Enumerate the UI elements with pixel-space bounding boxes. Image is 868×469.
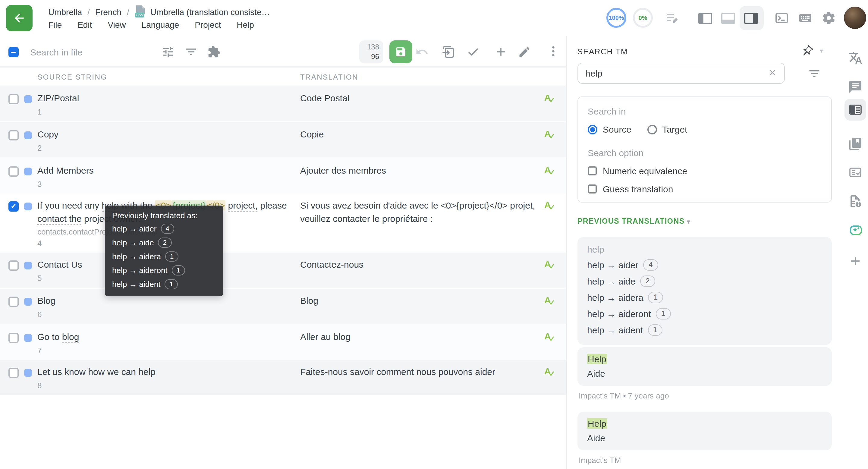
select-all-checkbox[interactable] xyxy=(8,47,19,57)
glossary-tab-icon[interactable] xyxy=(848,137,863,151)
tm-match-box[interactable]: Help Aide xyxy=(578,412,832,450)
string-counter-total: 138 xyxy=(359,42,379,52)
row-checkbox[interactable] xyxy=(8,166,19,177)
table-row[interactable]: Let us know how we can help 8 Faites-nou… xyxy=(0,360,566,395)
string-id: 3 xyxy=(37,180,544,189)
radio-option[interactable]: Target xyxy=(647,124,687,134)
status-icon xyxy=(24,167,32,176)
previous-translation-item[interactable]: help → aider 4 xyxy=(587,259,822,271)
comments-tab-icon[interactable] xyxy=(848,80,863,94)
search-options-box: Search in Source Target Search option Nu… xyxy=(578,96,832,202)
table-row[interactable]: Copy 2 Copie A✓ xyxy=(0,122,566,159)
keyboard-shortcuts-icon[interactable] xyxy=(798,11,812,25)
previous-translation-item[interactable]: help → aidera 1 xyxy=(587,292,822,303)
translation-editor: Umbrella / French / CSV Umbrella (transl… xyxy=(0,0,868,469)
tm-panel-tab-icon[interactable] xyxy=(848,102,863,117)
row-checkbox[interactable] xyxy=(8,130,19,140)
table-row[interactable]: Contact Us 5 Contactez-nous A✓ xyxy=(0,253,566,289)
previous-translation-item[interactable]: help → aident 1 xyxy=(587,324,822,336)
table-row[interactable]: ZIP/Postal 1 Code Postal A✓ xyxy=(0,86,566,122)
tm-match-box[interactable]: Help Aide xyxy=(578,347,832,386)
source-string: Copy xyxy=(37,128,59,141)
previous-translation-item[interactable]: help → aide 2 xyxy=(587,276,822,287)
approve-check-icon[interactable] xyxy=(467,45,480,59)
previous-pair: help → aide xyxy=(587,276,635,286)
translated-progress-badge[interactable]: 100% xyxy=(607,8,626,28)
user-avatar[interactable] xyxy=(844,7,866,29)
string-id: 4 xyxy=(37,239,544,248)
plugins-puzzle-icon[interactable] xyxy=(207,45,221,59)
string-key: contacts.contactProjectOwnerHelp xyxy=(37,227,544,236)
translation-text: Code Postal xyxy=(300,93,349,103)
display-settings-icon[interactable] xyxy=(161,45,175,59)
menu-item[interactable]: Project xyxy=(195,20,221,30)
previous-translations-box: help help → aider 4 help → aide 2 help →… xyxy=(578,237,832,345)
more-options-icon[interactable] xyxy=(547,44,560,58)
votes-tab-icon[interactable] xyxy=(848,165,863,180)
previous-count-badge: 1 xyxy=(656,308,671,319)
layout-bottom-panel-icon[interactable] xyxy=(720,12,736,25)
checkbox-icon xyxy=(588,184,597,193)
approved-progress-value: 0% xyxy=(639,14,647,21)
search-in-file-input[interactable] xyxy=(29,43,152,60)
row-checkbox[interactable] xyxy=(8,368,19,378)
layout-left-panel-icon[interactable] xyxy=(698,12,713,25)
file-info-tab-icon[interactable] xyxy=(848,194,863,209)
row-checkbox[interactable] xyxy=(8,333,19,343)
breadcrumb-language[interactable]: French xyxy=(95,7,121,17)
previous-translations-header[interactable]: PREVIOUS TRANSLATIONS▾ xyxy=(578,217,690,225)
tm-search-input[interactable] xyxy=(578,63,785,84)
table-row[interactable]: Blog 6 Blog A✓ xyxy=(0,289,566,325)
column-header-translation: TRANSLATION xyxy=(300,73,358,82)
back-button[interactable] xyxy=(6,5,33,31)
menu-item[interactable]: Edit xyxy=(78,20,92,30)
breadcrumb-separator: / xyxy=(87,7,90,17)
add-string-icon[interactable] xyxy=(494,45,507,59)
filter-strings-icon[interactable] xyxy=(184,45,198,59)
status-icon xyxy=(24,131,32,139)
breadcrumb-project[interactable]: Umbrella xyxy=(48,7,82,17)
save-button[interactable] xyxy=(390,40,412,63)
copy-source-icon[interactable] xyxy=(441,44,456,59)
translate-tab-icon[interactable] xyxy=(848,51,863,65)
row-checkbox[interactable] xyxy=(8,296,19,307)
layout-right-panel-icon[interactable] xyxy=(743,12,759,25)
translated-progress-value: 100% xyxy=(609,14,624,21)
panel-menu-caret-icon[interactable]: ▾ xyxy=(820,47,823,55)
console-icon[interactable] xyxy=(775,11,789,25)
source-string: Let us know how we can help xyxy=(37,365,156,379)
pin-icon[interactable] xyxy=(801,44,814,58)
menu-item[interactable]: Language xyxy=(142,20,179,30)
previous-translation-item[interactable]: help → aideront 1 xyxy=(587,308,822,319)
tm-matches: Help Aide Impact's TM • 7 years ago Help… xyxy=(578,347,832,469)
csv-file-icon: CSV xyxy=(135,5,146,18)
approved-progress-badge[interactable]: 0% xyxy=(633,8,653,28)
edit-pencil-icon[interactable] xyxy=(518,45,531,59)
breadcrumb-file[interactable]: CSV Umbrella (translation consiste… xyxy=(135,5,270,18)
table-row[interactable]: Add Members 3 Ajouter des membres A✓ xyxy=(0,159,566,193)
translation-text: Faites-nous savoir comment nous pouvons … xyxy=(300,367,495,377)
row-checkbox[interactable]: ✓ xyxy=(8,201,19,212)
tm-filter-icon[interactable] xyxy=(808,67,821,80)
edit-list-icon[interactable] xyxy=(665,11,679,25)
radio-option[interactable]: Source xyxy=(588,124,631,134)
undo-icon[interactable] xyxy=(415,45,429,59)
clear-search-icon[interactable]: × xyxy=(769,66,776,80)
row-checkbox[interactable] xyxy=(8,94,19,104)
radio-label: Target xyxy=(662,124,687,134)
settings-gear-icon[interactable] xyxy=(822,11,836,25)
menu-item[interactable]: View xyxy=(107,20,126,30)
previous-count-badge: 2 xyxy=(640,276,655,287)
checkbox-option[interactable]: Numeric equivalence xyxy=(588,166,822,176)
table-row[interactable]: ✓ If you need any help with the <0>{proj… xyxy=(0,193,566,253)
translation-text: Copie xyxy=(300,129,324,139)
search-option-checks: Numeric equivalence Guess translation xyxy=(588,166,822,194)
menu-item[interactable]: Help xyxy=(237,20,254,30)
menu-item[interactable]: File xyxy=(48,20,62,30)
row-checkbox[interactable] xyxy=(8,260,19,271)
breadcrumb: Umbrella / French / CSV Umbrella (transl… xyxy=(48,5,270,18)
checkbox-option[interactable]: Guess translation xyxy=(588,184,822,194)
add-panel-icon[interactable] xyxy=(848,254,863,268)
table-row[interactable]: Go to blog 7 Aller au blog A✓ xyxy=(0,325,566,360)
ai-assistant-tab-icon[interactable] xyxy=(848,223,863,238)
